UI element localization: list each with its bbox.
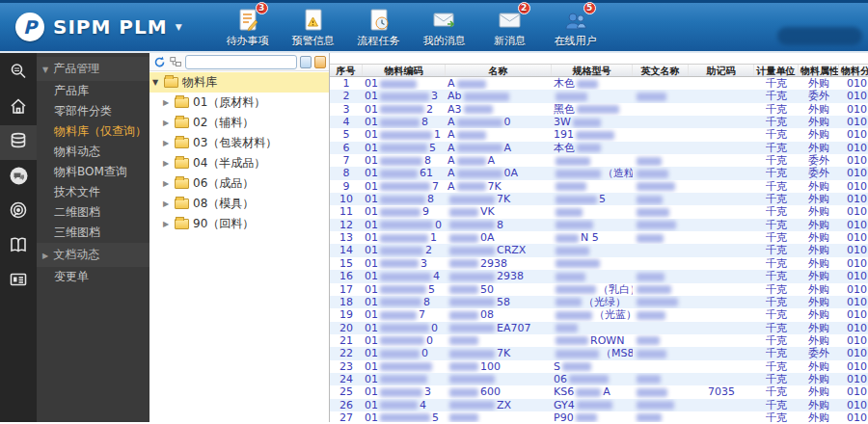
censored-text (449, 259, 478, 268)
nav-search-button[interactable] (0, 56, 37, 91)
table-row[interactable]: 11019VK千克外购0101 (330, 205, 868, 218)
triangle-collapsed-icon[interactable]: ▶ (163, 199, 171, 208)
table-row[interactable]: 21010ROWN千克外购0101 (330, 334, 868, 347)
cell-attribute: 外购 (799, 334, 839, 347)
table-row[interactable]: 4018A03W千克外购0101 (330, 116, 868, 128)
table-row[interactable]: 3012A3黑色千克外购0101 (330, 103, 868, 116)
table-row[interactable]: 101A木色千克外购0101 (330, 77, 868, 90)
sidebar-item-5[interactable]: 物料BOM查询 (37, 162, 149, 182)
table-row[interactable]: 2301100S千克外购0101 (330, 360, 868, 373)
toolbar-mail-button[interactable]: 2新消息 (485, 7, 535, 48)
folder-icon (175, 118, 189, 128)
sidebar-item-6[interactable]: 技术文件 (37, 182, 149, 202)
column-header-0[interactable]: 序号 (330, 65, 363, 76)
table-row[interactable]: 7018AA千克委外0101 (330, 154, 868, 167)
censored-text (380, 119, 420, 127)
table-row[interactable]: 20010EA707千克外购0101 (330, 322, 868, 334)
cell-seq: 25 (330, 385, 363, 398)
column-header-6[interactable]: 计量单位 (754, 65, 799, 76)
sidebar-item-4[interactable]: 物料动态 (37, 142, 149, 162)
table-row[interactable]: 130110AN 5千克外购0101 (330, 231, 868, 244)
refresh-icon[interactable] (152, 55, 166, 68)
tree-node-4[interactable]: ▶06（成品） (149, 173, 329, 194)
sidebar-item-10[interactable]: 变更单 (37, 267, 149, 287)
toolbar-task-doc-button[interactable]: 流程任务 (354, 7, 404, 48)
table-row[interactable]: 2013Ab千克委外0101 (330, 90, 868, 102)
triangle-collapsed-icon[interactable]: ▶ (163, 119, 171, 127)
censored-text (637, 336, 660, 345)
table-row[interactable]: 220107K（MS800C）千克委外0101 (330, 347, 868, 359)
sidebar-item-1[interactable]: 产品库 (37, 81, 149, 101)
censored-user-info[interactable] (777, 27, 862, 45)
column-header-4[interactable]: 英文名称 (633, 65, 689, 76)
sidebar-group-0[interactable]: ▼产品管理 (37, 57, 149, 81)
sidebar-item-2[interactable]: 零部件分类 (37, 101, 149, 121)
table-row[interactable]: 1701550（乳白）千克外购0101 (330, 283, 868, 296)
column-header-7[interactable]: 物料属性 (799, 65, 839, 76)
triangle-expanded-icon[interactable]: ▼ (152, 78, 160, 87)
tree-node-5[interactable]: ▶08（模具） (149, 194, 329, 214)
tree-root-material-library[interactable]: ▼ 物料库 (149, 72, 329, 93)
table-row[interactable]: 150132938千克外购0101 (330, 257, 868, 270)
sidebar-item-8[interactable]: 三维图档 (37, 223, 149, 243)
cell-code: 013 (363, 257, 446, 270)
sidebar-group-9[interactable]: ▶文档动态 (37, 243, 149, 267)
cell-category: 0101 (839, 180, 868, 193)
table-row[interactable]: 1901708（光蓝）千克外购0101 (330, 308, 868, 321)
table-row[interactable]: 26014ZXGY4千克外购0101 (330, 399, 868, 411)
triangle-collapsed-icon[interactable]: ▶ (163, 98, 171, 107)
tree-search-input[interactable] (185, 55, 297, 69)
toolbar-mail-send-button[interactable]: 我的消息 (420, 7, 470, 48)
search-go-button[interactable] (300, 56, 312, 68)
nav-database-button[interactable] (0, 125, 37, 160)
table-row[interactable]: 1801858（光绿）千克外购0101 (330, 296, 868, 308)
nav-chat-button[interactable] (0, 160, 37, 195)
censored-text (556, 93, 587, 101)
tree-node-2[interactable]: ▶03（包装材料） (149, 133, 329, 153)
table-row[interactable]: 240106千克外购0101 (330, 373, 868, 385)
triangle-collapsed-icon[interactable]: ▶ (163, 179, 171, 188)
toolbar-alert-doc-button[interactable]: 预警信息 (288, 7, 339, 48)
sidebar-item-3[interactable]: 物料库（仅查询） (37, 121, 149, 142)
table-row[interactable]: 14012CRZX千克外购0101 (330, 244, 868, 256)
cell-mnemonic (689, 193, 754, 205)
nav-target-button[interactable] (0, 195, 37, 229)
column-header-5[interactable]: 助记码 (689, 65, 754, 76)
column-header-8[interactable]: 物料分类 (839, 65, 868, 76)
cell-category: 0101 (839, 270, 868, 282)
table-row[interactable]: 120108千克外购0101 (330, 219, 868, 231)
nav-home-button[interactable] (0, 91, 37, 125)
app-logo: P SIPM PLM ▼ (15, 13, 182, 41)
table-row[interactable]: 27015P90千克外购0101 (330, 411, 868, 422)
table-row[interactable]: 160142938千克外购0101 (330, 270, 868, 282)
column-header-2[interactable]: 名称 (446, 65, 552, 76)
table-row[interactable]: 9017A7K千克外购0101 (330, 180, 868, 193)
nav-idcard-button[interactable] (0, 264, 37, 299)
censored-text (556, 259, 600, 268)
tree-node-0[interactable]: ▶01（原材料） (149, 93, 329, 113)
chevron-down-icon[interactable]: ▼ (176, 22, 182, 32)
toolbar-todo-button[interactable]: 3待办事项 (223, 7, 273, 48)
tree-node-3[interactable]: ▶04（半成品） (149, 153, 329, 173)
idcard-icon (9, 270, 28, 293)
triangle-collapsed-icon[interactable]: ▶ (163, 159, 171, 168)
table-row[interactable]: 80161A0A（造粒）千克委外0101 (330, 167, 868, 179)
notification-badge: 3 (256, 2, 268, 14)
column-header-3[interactable]: 规格型号 (552, 65, 633, 76)
cell-name: 100 (446, 360, 552, 373)
toolbar-users-button[interactable]: 5在线用户 (551, 7, 601, 48)
triangle-collapsed-icon[interactable]: ▶ (163, 139, 171, 147)
table-row[interactable]: 5011A191千克外购0101 (330, 128, 868, 141)
collapse-tree-icon[interactable] (169, 55, 182, 68)
table-row[interactable]: 6015AA本色千克外购0101 (330, 142, 868, 154)
column-header-1[interactable]: 物料编码 (363, 65, 446, 76)
sidebar-item-7[interactable]: 二维图档 (37, 202, 149, 223)
tree-node-6[interactable]: ▶90（回料） (149, 214, 329, 234)
tree-node-1[interactable]: ▶02（辅料） (149, 113, 329, 133)
table-row[interactable]: 25013600KS6A7035千克外购0101 (330, 385, 868, 398)
nav-book-button[interactable] (0, 229, 37, 264)
filter-button[interactable] (314, 56, 326, 68)
triangle-collapsed-icon[interactable]: ▶ (163, 220, 171, 228)
table-row[interactable]: 100187K5千克外购0101 (330, 193, 868, 205)
censored-text (637, 221, 676, 229)
